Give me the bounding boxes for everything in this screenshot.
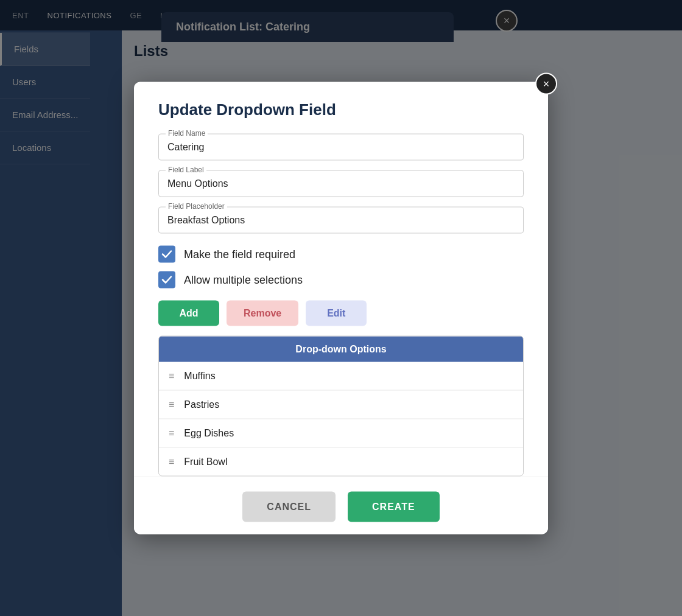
drag-icon: ≡	[169, 399, 174, 410]
add-button[interactable]: Add	[158, 301, 219, 326]
field-name-label: Field Name	[166, 129, 208, 138]
required-checkbox-label: Make the field required	[184, 248, 295, 261]
field-label-input[interactable]	[158, 170, 524, 197]
field-name-group: Field Name	[158, 134, 524, 161]
modal-body: × Update Dropdown Field Field Name Field…	[134, 82, 548, 534]
drag-icon: ≡	[169, 371, 174, 382]
edit-button[interactable]: Edit	[306, 301, 367, 326]
action-buttons: Add Remove Edit	[158, 301, 524, 326]
create-button[interactable]: CREATE	[348, 492, 440, 522]
dropdown-table-header: Drop-down Options	[159, 337, 523, 362]
drag-icon: ≡	[169, 457, 174, 467]
modal-close-button[interactable]: ×	[535, 73, 557, 95]
field-name-input[interactable]	[158, 134, 524, 161]
multiple-checkbox-row: Allow multiple selections	[158, 271, 524, 289]
table-row[interactable]: ≡ Pastries	[159, 391, 523, 419]
modal-overlay: × Update Dropdown Field Field Name Field…	[0, 0, 682, 616]
drag-icon: ≡	[169, 428, 174, 439]
multiple-checkbox[interactable]	[158, 271, 175, 289]
table-row[interactable]: ≡ Fruit Bowl	[159, 448, 523, 476]
dropdown-options-table: Drop-down Options ≡ Muffins ≡ Pastries ≡…	[158, 336, 524, 477]
required-checkbox-row: Make the field required	[158, 246, 524, 263]
field-label-label: Field Label	[166, 166, 206, 174]
option-label: Pastries	[184, 399, 219, 410]
field-label-group: Field Label	[158, 170, 524, 197]
modal-footer: CANCEL CREATE	[134, 477, 548, 534]
remove-button[interactable]: Remove	[227, 301, 298, 326]
field-placeholder-label: Field Placeholder	[166, 202, 227, 211]
cancel-button[interactable]: CANCEL	[242, 492, 336, 522]
modal-title: Update Dropdown Field	[158, 100, 524, 119]
option-label: Muffins	[184, 371, 215, 382]
multiple-checkbox-label: Allow multiple selections	[184, 273, 303, 286]
field-placeholder-group: Field Placeholder	[158, 207, 524, 234]
table-row[interactable]: ≡ Muffins	[159, 362, 523, 391]
table-row[interactable]: ≡ Egg Dishes	[159, 419, 523, 448]
field-placeholder-input[interactable]	[158, 207, 524, 234]
required-checkbox[interactable]	[158, 246, 175, 263]
option-label: Fruit Bowl	[184, 457, 227, 467]
option-label: Egg Dishes	[184, 428, 234, 439]
update-dropdown-modal: × Update Dropdown Field Field Name Field…	[134, 82, 548, 534]
